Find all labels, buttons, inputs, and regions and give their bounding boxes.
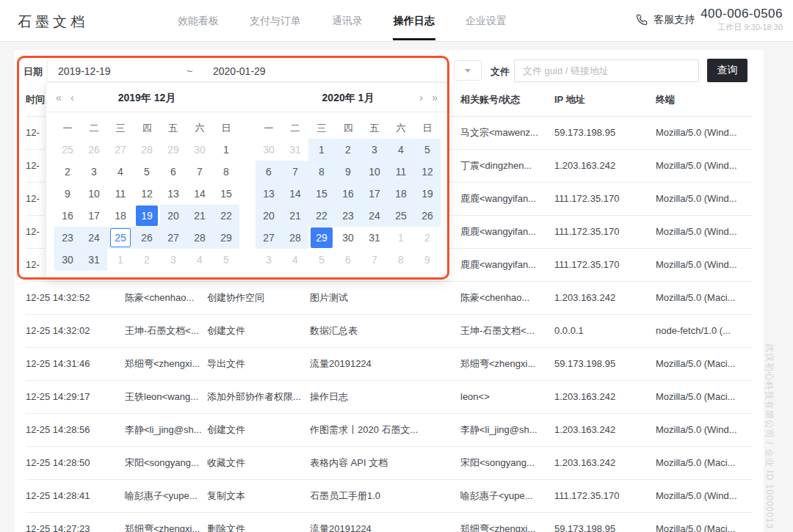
calendar-day[interactable]: 4 xyxy=(187,249,213,271)
calendar-day[interactable]: 14 xyxy=(187,183,213,205)
calendar-day[interactable]: 31 xyxy=(81,249,107,271)
calendar-day[interactable]: 15 xyxy=(308,183,335,205)
calendar-day[interactable]: 31 xyxy=(282,139,308,161)
calendar-day[interactable]: 26 xyxy=(134,227,160,249)
calendar-day[interactable]: 4 xyxy=(282,249,308,271)
calendar-day[interactable]: 20 xyxy=(160,205,187,227)
file-search-input[interactable] xyxy=(514,59,699,82)
calendar-day[interactable]: 17 xyxy=(81,205,107,227)
calendar-day[interactable]: 7 xyxy=(282,161,308,183)
calendar-day[interactable]: 14 xyxy=(282,183,308,205)
calendar-day[interactable]: 18 xyxy=(107,205,134,227)
calendar-day[interactable]: 6 xyxy=(256,161,282,183)
filter-type-dropdown[interactable] xyxy=(454,60,482,81)
calendar-day[interactable]: 23 xyxy=(54,227,81,249)
calendar-day[interactable]: 26 xyxy=(81,139,107,161)
date-end-value[interactable]: 2020-01-29 xyxy=(213,65,266,77)
nav-operation-log[interactable]: 操作日志 xyxy=(394,0,435,42)
calendar-day[interactable]: 19 xyxy=(414,183,441,205)
nav-contacts[interactable]: 通讯录 xyxy=(332,0,363,42)
calendar-day[interactable]: 9 xyxy=(54,183,81,205)
calendar-day[interactable]: 21 xyxy=(282,205,308,227)
calendar-day[interactable]: 15 xyxy=(213,183,239,205)
calendar-day[interactable]: 3 xyxy=(81,161,107,183)
calendar-day[interactable]: 1 xyxy=(107,249,134,271)
nav-performance-dashboard[interactable]: 效能看板 xyxy=(178,0,219,42)
calendar-day[interactable]: 8 xyxy=(388,249,414,271)
calendar-day[interactable]: 30 xyxy=(335,227,361,249)
calendar-day[interactable]: 29 xyxy=(308,227,335,249)
date-start-value[interactable]: 2019-12-19 xyxy=(58,65,187,77)
next-year-icon[interactable]: » xyxy=(432,83,438,112)
calendar-day[interactable]: 24 xyxy=(81,227,107,249)
calendar-day[interactable]: 30 xyxy=(256,139,282,161)
calendar-day[interactable]: 16 xyxy=(335,183,361,205)
calendar-day[interactable]: 28 xyxy=(134,139,160,161)
calendar-day[interactable]: 3 xyxy=(256,249,282,271)
nav-payment-orders[interactable]: 支付与订单 xyxy=(250,0,301,42)
calendar-day[interactable]: 4 xyxy=(107,161,134,183)
app-logo[interactable]: 石墨文档 xyxy=(18,12,88,32)
calendar-day[interactable]: 4 xyxy=(388,139,414,161)
calendar-day[interactable]: 6 xyxy=(160,161,187,183)
calendar-day[interactable]: 27 xyxy=(256,227,282,249)
nav-enterprise-settings[interactable]: 企业设置 xyxy=(466,0,507,42)
calendar-day[interactable]: 12 xyxy=(134,183,160,205)
calendar-day[interactable]: 20 xyxy=(256,205,282,227)
calendar-day[interactable]: 5 xyxy=(414,139,441,161)
calendar-day[interactable]: 7 xyxy=(187,161,213,183)
calendar-day[interactable]: 13 xyxy=(160,183,187,205)
calendar-day[interactable]: 27 xyxy=(107,139,134,161)
calendar-day[interactable]: 6 xyxy=(335,249,361,271)
calendar-day[interactable]: 12 xyxy=(414,161,441,183)
calendar-day[interactable]: 29 xyxy=(213,227,239,249)
calendar-day[interactable]: 30 xyxy=(187,139,213,161)
calendar-day[interactable]: 16 xyxy=(54,205,81,227)
calendar-day[interactable]: 11 xyxy=(107,183,134,205)
calendar-day[interactable]: 18 xyxy=(388,183,414,205)
next-month-icon[interactable]: › xyxy=(419,83,423,112)
calendar-day[interactable]: 9 xyxy=(414,249,441,271)
calendar-day[interactable]: 7 xyxy=(361,249,388,271)
calendar-day[interactable]: 2 xyxy=(134,249,160,271)
calendar-day[interactable]: 9 xyxy=(335,161,361,183)
calendar-day[interactable]: 1 xyxy=(388,227,414,249)
calendar-day[interactable]: 26 xyxy=(414,205,441,227)
calendar-day[interactable]: 25 xyxy=(388,205,414,227)
calendar-day[interactable]: 8 xyxy=(308,161,335,183)
calendar-day[interactable]: 2 xyxy=(335,139,361,161)
calendar-day[interactable]: 19 xyxy=(134,205,160,227)
calendar-day[interactable]: 21 xyxy=(187,205,213,227)
calendar-day[interactable]: 31 xyxy=(361,227,388,249)
calendar-day[interactable]: 17 xyxy=(361,183,388,205)
right-panel-month-title[interactable]: 2020年 1月 xyxy=(247,83,449,112)
calendar-day[interactable]: 28 xyxy=(282,227,308,249)
calendar-day[interactable]: 5 xyxy=(308,249,335,271)
calendar-day[interactable]: 22 xyxy=(308,205,335,227)
calendar-day[interactable]: 23 xyxy=(335,205,361,227)
calendar-day[interactable]: 29 xyxy=(160,139,187,161)
calendar-day[interactable]: 8 xyxy=(213,161,239,183)
calendar-day[interactable]: 13 xyxy=(256,183,282,205)
calendar-day[interactable]: 27 xyxy=(160,227,187,249)
calendar-day[interactable]: 5 xyxy=(134,161,160,183)
calendar-day[interactable]: 10 xyxy=(361,161,388,183)
calendar-day[interactable]: 3 xyxy=(160,249,187,271)
calendar-day[interactable]: 1 xyxy=(213,139,239,161)
calendar-day[interactable]: 5 xyxy=(213,249,239,271)
calendar-day[interactable]: 2 xyxy=(414,227,441,249)
query-button[interactable]: 查询 xyxy=(707,59,747,82)
calendar-day[interactable]: 24 xyxy=(361,205,388,227)
calendar-day[interactable]: 10 xyxy=(81,183,107,205)
calendar-day[interactable]: 11 xyxy=(388,161,414,183)
left-panel-month-title[interactable]: 2019年 12月 xyxy=(46,83,247,112)
calendar-day[interactable]: 2 xyxy=(54,161,81,183)
calendar-day[interactable]: 1 xyxy=(308,139,335,161)
date-range-input[interactable]: 2019-12-19 ~ 2020-01-29 xyxy=(47,59,448,82)
calendar-day[interactable]: 22 xyxy=(213,205,239,227)
calendar-day[interactable]: 25 xyxy=(54,139,81,161)
calendar-day[interactable]: 3 xyxy=(361,139,388,161)
calendar-day[interactable]: 25 xyxy=(107,227,134,249)
calendar-day[interactable]: 28 xyxy=(187,227,213,249)
calendar-day[interactable]: 30 xyxy=(54,249,81,271)
